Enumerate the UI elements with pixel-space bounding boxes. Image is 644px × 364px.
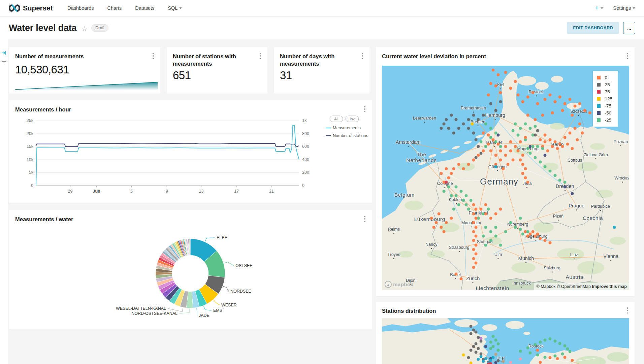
station-dot[interactable] (479, 208, 482, 211)
station-dot[interactable] (519, 358, 522, 361)
station-dot[interactable] (447, 176, 450, 179)
station-dot[interactable] (489, 230, 492, 233)
station-dot[interactable] (551, 145, 554, 148)
station-dot[interactable] (457, 163, 460, 166)
station-dot[interactable] (457, 203, 460, 206)
station-dot[interactable] (583, 109, 586, 112)
station-dot[interactable] (430, 217, 433, 220)
station-dot[interactable] (487, 93, 490, 96)
station-dot[interactable] (477, 154, 480, 157)
station-dot[interactable] (474, 138, 477, 141)
station-dot[interactable] (479, 140, 482, 143)
station-dot[interactable] (504, 154, 507, 157)
station-dot[interactable] (521, 154, 524, 157)
station-dot[interactable] (551, 111, 554, 114)
station-dot[interactable] (472, 248, 475, 251)
station-dot[interactable] (516, 93, 519, 96)
station-dot[interactable] (568, 98, 571, 101)
station-dot[interactable] (474, 262, 477, 265)
legend-item[interactable]: -50 (597, 109, 612, 117)
station-dot[interactable] (494, 131, 497, 134)
station-dot[interactable] (477, 358, 480, 361)
station-dot[interactable] (470, 349, 473, 352)
station-dot[interactable] (544, 134, 547, 137)
station-dot[interactable] (541, 147, 544, 150)
station-dot[interactable] (445, 221, 448, 224)
station-dot[interactable] (494, 361, 497, 364)
station-dot[interactable] (496, 134, 500, 137)
station-dot[interactable] (519, 228, 522, 231)
nav-item-sql[interactable]: SQL (168, 5, 182, 11)
station-dot[interactable] (435, 221, 438, 224)
legend-item[interactable]: -75 (597, 102, 612, 109)
station-dot[interactable] (526, 230, 529, 233)
station-dot[interactable] (531, 91, 534, 94)
station-dot[interactable] (492, 345, 495, 348)
station-dot[interactable] (489, 127, 492, 130)
station-dot[interactable] (509, 150, 512, 153)
station-dot[interactable] (519, 158, 522, 161)
station-dot[interactable] (521, 100, 524, 103)
station-dot[interactable] (496, 349, 500, 352)
station-dot[interactable] (544, 154, 547, 157)
station-dot[interactable] (474, 351, 477, 354)
station-dot[interactable] (536, 102, 539, 105)
station-dot[interactable] (524, 176, 527, 179)
station-dot[interactable] (568, 350, 571, 353)
station-dot[interactable] (534, 343, 537, 346)
station-dot[interactable] (479, 340, 482, 343)
station-dot[interactable] (442, 230, 445, 233)
station-dot[interactable] (474, 330, 477, 333)
station-dot[interactable] (494, 84, 497, 87)
station-dot[interactable] (467, 208, 470, 211)
station-dot[interactable] (566, 143, 569, 146)
kebab-menu-icon[interactable] (360, 53, 365, 59)
station-dot[interactable] (529, 352, 532, 355)
station-dot[interactable] (514, 226, 517, 229)
station-dot[interactable] (556, 357, 559, 360)
station-dot[interactable] (509, 361, 512, 364)
station-dot[interactable] (484, 243, 487, 246)
station-dot[interactable] (507, 163, 510, 166)
station-dot[interactable] (496, 143, 500, 146)
station-dot[interactable] (462, 167, 465, 170)
station-dot[interactable] (452, 131, 455, 134)
station-dot[interactable] (514, 123, 517, 126)
station-dot[interactable] (455, 273, 458, 276)
station-dot[interactable] (581, 131, 584, 134)
station-dot[interactable] (502, 360, 505, 363)
station-dot[interactable] (536, 353, 539, 356)
station-dot[interactable] (447, 185, 450, 188)
settings-menu[interactable]: Settings (613, 5, 635, 11)
station-dot[interactable] (564, 344, 567, 347)
station-dot[interactable] (571, 192, 574, 195)
station-dot[interactable] (489, 102, 492, 105)
map-legend[interactable]: 02575125-75-50-25 (593, 71, 618, 127)
line-chart[interactable]: 25k1k20k80015k60010k4005k2000029Jun59131… (9, 115, 372, 203)
station-dot[interactable] (479, 355, 482, 358)
station-dot[interactable] (494, 212, 497, 215)
station-dot[interactable] (544, 165, 547, 168)
station-dot[interactable] (561, 353, 564, 356)
station-dot[interactable] (502, 167, 505, 170)
station-dot[interactable] (474, 208, 477, 211)
station-dot[interactable] (487, 208, 490, 211)
station-dot[interactable] (544, 356, 547, 359)
station-dot[interactable] (549, 93, 552, 96)
station-dot[interactable] (482, 360, 485, 363)
station-dot[interactable] (494, 109, 497, 112)
station-dot[interactable] (529, 232, 532, 235)
station-dot[interactable] (489, 340, 492, 343)
station-dot[interactable] (450, 217, 453, 220)
station-dot[interactable] (524, 136, 527, 139)
station-dot[interactable] (578, 123, 581, 126)
station-dot[interactable] (566, 348, 569, 351)
station-dot[interactable] (561, 109, 564, 112)
station-dot[interactable] (445, 181, 448, 184)
station-dot[interactable] (549, 138, 552, 141)
station-dot[interactable] (613, 226, 616, 229)
station-dot[interactable] (499, 91, 502, 94)
kebab-menu-icon[interactable] (362, 216, 367, 222)
station-dot[interactable] (539, 361, 542, 364)
station-dot[interactable] (462, 123, 465, 126)
